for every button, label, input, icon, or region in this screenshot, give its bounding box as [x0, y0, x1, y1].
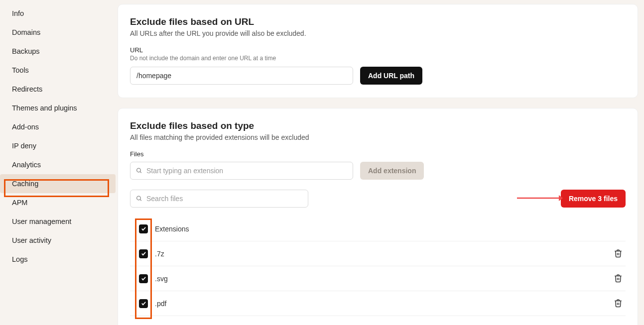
url-field-label: URL [130, 46, 626, 54]
extension-input[interactable] [130, 162, 353, 180]
search-icon [136, 196, 142, 202]
sidebar: Info Domains Backups Tools Redirects The… [0, 0, 116, 325]
svg-line-1 [140, 172, 141, 173]
row-checkbox[interactable] [139, 274, 148, 283]
sidebar-item-themes-plugins[interactable]: Themes and plugins [0, 99, 116, 117]
svg-line-3 [140, 200, 141, 201]
table-row: .svg [130, 266, 626, 291]
url-input[interactable] [130, 67, 353, 85]
url-field-help: Do not include the domain and enter one … [130, 55, 626, 62]
annotation-arrow [516, 194, 563, 203]
sidebar-item-logs[interactable]: Logs [0, 250, 116, 269]
delete-row-button[interactable] [614, 299, 624, 309]
table-row: .pdf [130, 291, 626, 316]
sidebar-item-tools[interactable]: Tools [0, 61, 116, 80]
sidebar-item-addons[interactable]: Add-ons [0, 117, 116, 136]
remove-files-button[interactable]: Remove 3 files [561, 190, 626, 208]
card-exclude-url-desc: All URLs after the URL you provide will … [130, 29, 626, 37]
svg-point-2 [137, 196, 141, 200]
sidebar-item-redirects[interactable]: Redirects [0, 80, 116, 99]
select-all-checkbox[interactable] [139, 224, 148, 233]
search-files-input[interactable] [130, 190, 308, 208]
delete-row-button[interactable] [614, 274, 624, 284]
card-exclude-url-title: Exclude files based on URL [130, 16, 626, 27]
delete-row-button[interactable] [614, 249, 624, 259]
svg-point-0 [137, 168, 141, 172]
add-extension-button[interactable]: Add extension [360, 162, 424, 180]
sidebar-item-user-activity[interactable]: User activity [0, 231, 116, 250]
sidebar-item-ipdeny[interactable]: IP deny [0, 136, 116, 155]
table-header-label: Extensions [155, 225, 624, 233]
row-checkbox[interactable] [139, 249, 148, 258]
ext-label: .7z [155, 250, 614, 258]
sidebar-item-domains[interactable]: Domains [0, 23, 116, 42]
ext-label: .pdf [155, 300, 614, 308]
ext-label: .svg [155, 275, 614, 283]
search-icon [136, 168, 142, 174]
sidebar-item-info[interactable]: Info [0, 4, 116, 23]
card-exclude-url: Exclude files based on URL All URLs afte… [118, 4, 638, 98]
search-files-wrap [130, 190, 308, 208]
files-field-label: Files [130, 150, 626, 158]
sidebar-item-caching[interactable]: Caching [0, 174, 116, 193]
sidebar-item-apm[interactable]: APM [0, 193, 116, 212]
extensions-table: Remove 3 files Extensions [130, 190, 626, 316]
card-exclude-type: Exclude files based on type All files ma… [118, 108, 638, 325]
add-url-path-button[interactable]: Add URL path [360, 67, 422, 85]
sidebar-item-backups[interactable]: Backups [0, 42, 116, 61]
extension-input-wrap [130, 162, 353, 180]
sidebar-item-analytics[interactable]: Analytics [0, 155, 116, 174]
table-row: .7z [130, 241, 626, 266]
main-content: Exclude files based on URL All URLs afte… [116, 0, 644, 325]
table-header-row: Extensions [130, 217, 626, 241]
card-exclude-type-desc: All files matching the provided extensio… [130, 133, 626, 141]
sidebar-item-user-management[interactable]: User management [0, 212, 116, 231]
card-exclude-type-title: Exclude files based on type [130, 120, 626, 131]
row-checkbox[interactable] [139, 299, 148, 308]
